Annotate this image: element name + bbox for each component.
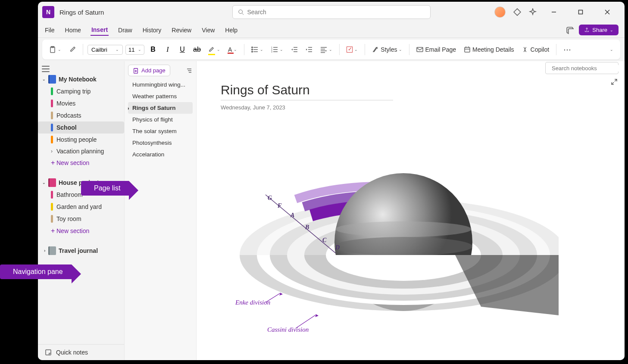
menu-help[interactable]: Help: [224, 25, 238, 35]
chevron-down-icon: ⌄: [354, 47, 358, 52]
diamond-icon[interactable]: [513, 8, 521, 16]
new-section-label: New section: [56, 159, 89, 166]
plus-icon: +: [51, 227, 53, 235]
notebook-name: Travel journal: [59, 247, 98, 254]
highlight-button[interactable]: ⌄: [206, 44, 223, 56]
styles-button[interactable]: Styles ⌄: [369, 44, 405, 55]
outdent-button[interactable]: [288, 44, 300, 55]
new-section-button-2[interactable]: +New section: [38, 225, 124, 237]
notebook-header-travel-journal[interactable]: ⌄ Travel journal: [38, 245, 124, 257]
email-label: Email Page: [425, 46, 456, 53]
page-rings-of-saturn[interactable]: Rings of Saturn: [128, 102, 193, 114]
numbered-button[interactable]: 123 ⌄: [269, 44, 286, 55]
section-school[interactable]: School: [38, 121, 124, 134]
font-size-select[interactable]: 11 ⌄: [125, 45, 144, 55]
page-canvas[interactable]: ⌄ Rings of Saturn Wednesday, June 7, 202…: [197, 61, 625, 360]
section-podcasts[interactable]: Podcasts: [38, 109, 124, 121]
copilot-label: Copilot: [531, 46, 550, 53]
sparkle-icon[interactable]: [529, 8, 537, 16]
svg-rect-33: [465, 47, 470, 52]
close-button[interactable]: [598, 6, 617, 19]
align-icon: [320, 46, 327, 53]
meeting-button[interactable]: Meeting Details: [461, 44, 517, 55]
align-button[interactable]: ⌄: [318, 44, 335, 55]
bold-button[interactable]: B: [147, 44, 159, 56]
page-photosynthesis[interactable]: Photosynthesis: [128, 137, 193, 149]
email-page-button[interactable]: Email Page: [414, 44, 459, 55]
section-vacation[interactable]: ›Vacation planning: [38, 146, 124, 157]
navigation-pane: ⌄ My Notebook Camping trip Movies Podcas…: [38, 61, 124, 360]
menu-draw[interactable]: Draw: [117, 25, 133, 35]
menu-home[interactable]: Home: [64, 25, 82, 35]
search-notebooks-box[interactable]: ⌄: [545, 62, 619, 74]
svg-point-0: [238, 10, 242, 14]
quick-notes-label: Quick notes: [56, 349, 88, 356]
svg-rect-3: [579, 10, 583, 14]
open-in-new-icon[interactable]: [566, 26, 574, 34]
bullets-button[interactable]: ⌄: [249, 44, 266, 55]
more-button[interactable]: ⋯: [561, 43, 575, 56]
page-solar-system[interactable]: The solar system: [128, 125, 193, 137]
minimize-button[interactable]: [544, 6, 563, 19]
section-label: Vacation planning: [56, 148, 104, 155]
section-hosting[interactable]: Hosting people: [38, 134, 124, 146]
saturn-illustration: G F A B C D Enke division Cassini divisi…: [214, 121, 559, 345]
ring-label-f: F: [278, 202, 281, 209]
ring-label-a: A: [291, 212, 294, 219]
font-color-button[interactable]: A ⌄: [225, 44, 240, 55]
new-section-button[interactable]: +New section: [38, 157, 124, 169]
format-painter-button[interactable]: [66, 44, 78, 55]
todo-tag-button[interactable]: ✓ ⌄: [344, 45, 360, 54]
avatar[interactable]: [494, 6, 506, 18]
expand-icon[interactable]: [611, 78, 618, 85]
section-camping-trip[interactable]: Camping trip: [38, 85, 124, 97]
chevron-down-icon: ⌄: [138, 47, 141, 52]
sort-icon[interactable]: [186, 67, 193, 74]
titlebar: N Rings of Saturn: [38, 2, 625, 22]
section-movies[interactable]: Movies: [38, 97, 124, 109]
indent-button[interactable]: [303, 44, 315, 55]
page-hummingbird[interactable]: Hummingbird wing...: [128, 79, 193, 90]
page-acceleration[interactable]: Accelaration: [128, 149, 193, 160]
ribbon-collapse-button[interactable]: ⌄: [607, 46, 616, 53]
chevron-down-icon: ⌄: [217, 47, 220, 52]
menu-view[interactable]: View: [201, 25, 216, 35]
section-garden[interactable]: Garden and yard: [38, 201, 124, 213]
menubar: File Home Insert Draw History Review Vie…: [38, 22, 625, 38]
annotation-enke: Enke division: [235, 299, 270, 306]
notebook-icon: [48, 75, 56, 84]
menu-insert[interactable]: Insert: [91, 25, 109, 36]
search-icon: [238, 9, 244, 15]
notebook-icon: [48, 246, 56, 255]
window-title: Rings of Saturn: [59, 9, 104, 16]
menu-review[interactable]: Review: [171, 25, 192, 35]
add-page-button[interactable]: Add page: [128, 65, 170, 76]
underline-button[interactable]: U: [176, 44, 188, 56]
strikethrough-button[interactable]: ab: [191, 44, 203, 56]
notebook-header-my-notebook[interactable]: ⌄ My Notebook: [38, 73, 124, 85]
maximize-button[interactable]: [571, 6, 590, 19]
menu-file[interactable]: File: [44, 25, 56, 35]
share-button[interactable]: Share ⌄: [579, 25, 619, 35]
nav-toggle-icon[interactable]: [41, 65, 50, 73]
section-label: Garden and yard: [56, 203, 102, 210]
highlight-icon: [208, 46, 215, 53]
font-select[interactable]: Cailbri ⌄: [87, 45, 123, 55]
onenote-icon: N: [42, 6, 54, 18]
paste-button[interactable]: ⌄: [47, 44, 64, 55]
search-notebooks-input[interactable]: [552, 65, 624, 72]
page-physics[interactable]: Physics of flight: [128, 114, 193, 125]
new-section-label: New section: [56, 227, 89, 234]
search-box[interactable]: [232, 5, 431, 19]
chevron-down-icon: ⌄: [42, 77, 46, 81]
note-title[interactable]: Rings of Saturn: [221, 83, 393, 100]
page-weather[interactable]: Weather patterns: [128, 90, 193, 102]
ring-label-g: G: [268, 195, 272, 202]
menu-history[interactable]: History: [142, 25, 162, 35]
copilot-button[interactable]: Copilot: [519, 44, 552, 55]
quick-notes-button[interactable]: Quick notes: [38, 344, 124, 360]
section-toy-room[interactable]: Toy room: [38, 213, 124, 225]
search-input[interactable]: [247, 9, 425, 16]
ring-label-c: C: [322, 237, 326, 244]
italic-button[interactable]: I: [162, 44, 174, 56]
